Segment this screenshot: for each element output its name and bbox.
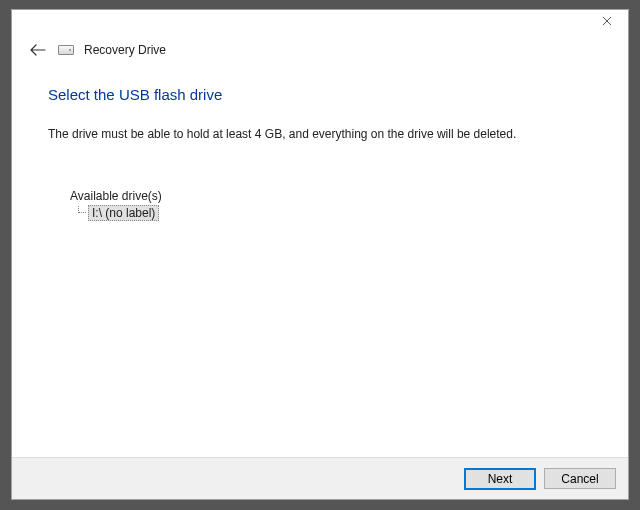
- close-button[interactable]: [586, 10, 628, 32]
- recovery-drive-dialog: Recovery Drive Select the USB flash driv…: [11, 9, 629, 500]
- available-drives-label: Available drive(s): [70, 189, 592, 203]
- next-button[interactable]: Next: [464, 468, 536, 490]
- cancel-button[interactable]: Cancel: [544, 468, 616, 489]
- titlebar: [12, 10, 628, 40]
- tree-connector-icon: [74, 206, 86, 220]
- drives-tree: I:\ (no label): [70, 205, 592, 221]
- back-arrow-icon: [30, 44, 46, 56]
- page-heading: Select the USB flash drive: [48, 86, 592, 103]
- page-description: The drive must be able to hold at least …: [48, 127, 592, 141]
- dialog-content: Select the USB flash drive The drive mus…: [12, 68, 628, 457]
- drive-icon: [58, 45, 74, 55]
- available-drives-section: Available drive(s) I:\ (no label): [48, 189, 592, 221]
- dialog-title: Recovery Drive: [84, 43, 166, 57]
- drive-list-item[interactable]: I:\ (no label): [74, 205, 592, 221]
- back-button[interactable]: [28, 40, 48, 60]
- drive-item-label: I:\ (no label): [88, 205, 159, 221]
- dialog-footer: Next Cancel: [12, 457, 628, 499]
- dialog-header: Recovery Drive: [12, 40, 628, 68]
- close-icon: [602, 16, 612, 26]
